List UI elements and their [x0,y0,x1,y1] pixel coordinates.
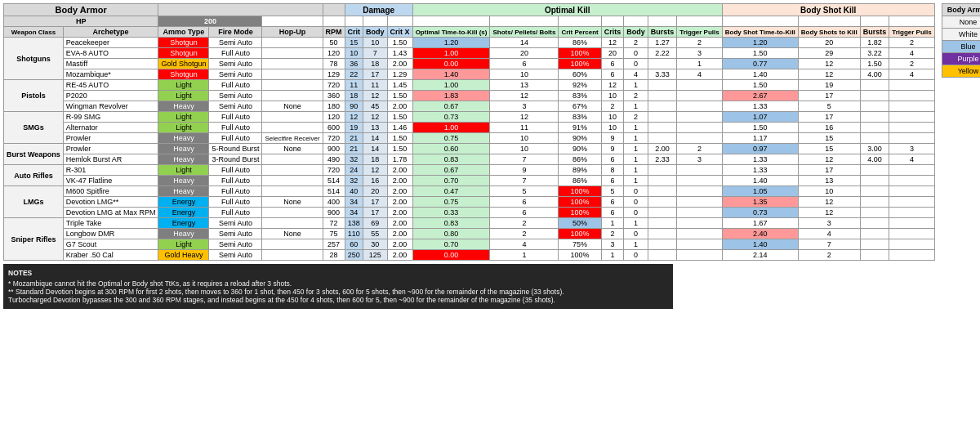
trigger-pulls2 [889,229,934,239]
trigger-pulls [677,208,722,218]
body-ok: 2 [624,112,648,123]
shots: 14 [490,38,559,48]
bs-kill: 15 [798,144,860,154]
crit-dmg: 10 [345,48,363,59]
fire-mode: Semi Auto [209,91,262,101]
crit-x: 2.00 [387,229,412,239]
crits: 1 [601,250,624,261]
bursts2: 3.22 [860,48,889,59]
rpm: 720 [323,165,345,176]
body-ok: 1 [624,80,648,91]
crits: 6 [601,154,624,165]
col-shots: Shots/ Pellets/ Bolts [490,27,559,38]
opt-ttk: 1.83 [412,91,490,101]
body-ok: 0 [624,250,648,261]
hop-up [262,38,323,48]
crit-pct: 86% [559,38,601,48]
crits: 3 [601,239,624,250]
ammo-type: Energy [158,208,209,218]
weapon-class-cell: LMGs [4,186,64,218]
bursts [648,123,677,133]
fire-mode: Full Auto [209,80,262,91]
trigger-pulls: 3 [677,154,722,165]
gun-name: Mozambique* [63,69,158,80]
body-dmg: 17 [363,69,388,80]
shots: 3 [490,101,559,112]
body-dmg: 69 [363,218,388,229]
gun-name: Devotion LMG at Max RPM [63,208,158,218]
shots: 10 [490,144,559,154]
crit-x: 2.00 [387,176,412,186]
crit-x: 1.50 [387,133,412,144]
crits: 8 [601,165,624,176]
bs-kill: 17 [798,112,860,123]
bursts [648,112,677,123]
col-tp2: Trigger Pulls [889,27,934,38]
bs-ttk: 1.50 [722,80,798,91]
crit-dmg: 40 [345,186,363,197]
body-ok: 1 [624,101,648,112]
gun-name: Kraber .50 Cal [63,250,158,261]
ammo-type: Heavy [158,176,209,186]
bs-kill: 20 [798,38,860,48]
bursts2 [860,176,889,186]
body-dmg: 10 [363,38,388,48]
bursts2 [860,91,889,101]
opt-ttk: 0.83 [412,218,490,229]
hop-up [262,48,323,59]
weapon-class-cell: Auto Rifles [4,165,64,186]
hop-up [262,80,323,91]
bursts2 [860,218,889,229]
fire-mode: Semi Auto [209,59,262,69]
body-dmg: 12 [363,165,388,176]
body-dmg: 12 [363,91,388,101]
crits: 6 [601,208,624,218]
body-dmg: 18 [363,154,388,165]
fire-mode: Semi Auto [209,239,262,250]
opt-ttk: 0.67 [412,165,490,176]
rpm: 120 [323,112,345,123]
opt-ttk: 0.73 [412,112,490,123]
body-shot-kill-header: Body Shot Kill [722,4,934,16]
weapon-class-cell: Pistols [4,80,64,112]
ammo-type: Light [158,91,209,101]
trigger-pulls2: 4 [889,48,934,59]
body-dmg: 20 [363,186,388,197]
bursts [648,229,677,239]
weapon-class-cell: Shotguns [4,38,64,80]
hop-up [262,239,323,250]
notes-box: NOTES * Mozambique cannot hit the Optima… [3,264,673,309]
bs-ttk: 1.50 [722,48,798,59]
gun-name: Prowler [63,144,158,154]
gun-name: Triple Take [63,218,158,229]
rpm: 514 [323,176,345,186]
ammo-type: Heavy [158,229,209,239]
shots: 12 [490,91,559,101]
crit-dmg: 110 [345,229,363,239]
bursts [648,186,677,197]
damage-header: Damage [345,4,412,16]
rpm: 490 [323,154,345,165]
crit-dmg: 21 [345,144,363,154]
shots: 6 [490,59,559,69]
hop-up [262,91,323,101]
body-dmg: 14 [363,144,388,154]
shots: 4 [490,239,559,250]
armor-name: Blue [942,41,980,53]
bs-kill: 12 [798,197,860,208]
crit-dmg: 19 [345,123,363,133]
bursts [648,133,677,144]
gun-name: Mastiff [63,59,158,69]
ammo-type: Light [158,239,209,250]
trigger-pulls2: 3 [889,144,934,154]
crit-x: 2.00 [387,239,412,250]
bs-kill: 13 [798,176,860,186]
notes-title: NOTES [8,269,668,277]
trigger-pulls: 3 [677,48,722,59]
page: Body Armor Damage Optimal Kill Body Shot… [0,0,980,438]
shots: 20 [490,48,559,59]
notes-line3: Turbocharged Devotion bypasses the 300 a… [8,296,668,304]
opt-ttk: 0.33 [412,208,490,218]
opt-ttk: 0.70 [412,239,490,250]
bs-ttk: 1.33 [722,101,798,112]
